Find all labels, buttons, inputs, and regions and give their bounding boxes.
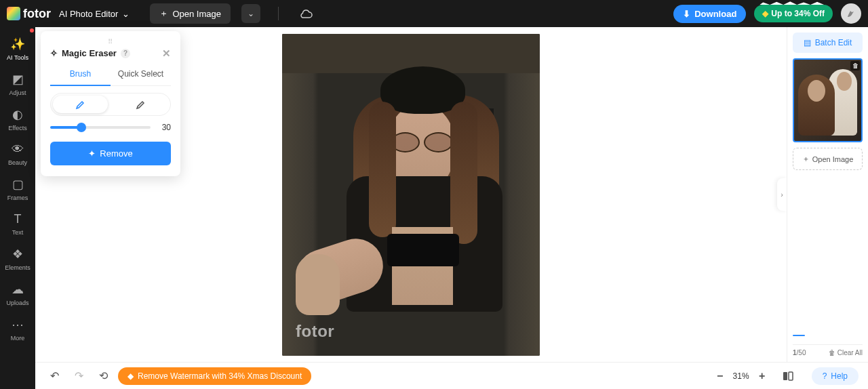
compare-button[interactable] (779, 367, 797, 385)
plus-icon: ＋ (802, 154, 810, 164)
chevron-down-icon: ⌄ (248, 9, 254, 18)
promo-button[interactable]: ◆ Up to 34% Off (754, 5, 833, 22)
brush-icon (75, 99, 86, 110)
batch-edit-button[interactable]: ▤ Batch Edit (793, 33, 863, 53)
diamond-icon: ◆ (762, 9, 768, 18)
clear-all-button[interactable]: 🗑 Clear All (829, 349, 863, 356)
right-panel: ▤ Batch Edit 🗑 ＋ Open Image 1/50 🗑 Clear… (787, 27, 868, 362)
logo-icon (7, 7, 20, 20)
download-button[interactable]: ⬇ Download (673, 5, 746, 23)
zoom-in-button[interactable]: + (755, 369, 770, 384)
help-icon[interactable]: ? (121, 49, 130, 58)
trash-icon: 🗑 (829, 349, 835, 356)
brush-add-button[interactable] (53, 96, 108, 113)
canvas-watermark: fotor (296, 322, 334, 341)
page-indicator: 1/50 (793, 349, 806, 356)
close-icon[interactable]: ✕ (162, 47, 171, 60)
frames-icon: ▢ (12, 177, 24, 192)
user-avatar[interactable] (841, 3, 861, 24)
image-thumbnail[interactable]: 🗑 (793, 58, 863, 142)
uploads-icon: ☁ (12, 282, 24, 297)
sidebar-item-frames[interactable]: ▢Frames (0, 171, 35, 207)
reset-icon: ⟲ (99, 369, 108, 382)
cloud-sync-button[interactable] (299, 9, 313, 18)
sidebar-item-effects[interactable]: ◐Effects (0, 102, 35, 137)
svg-rect-1 (789, 372, 793, 380)
sidebar-item-label: Frames (7, 194, 28, 201)
svg-rect-0 (783, 372, 787, 380)
scroll-indicator (793, 335, 805, 336)
brush-erase-button[interactable] (113, 96, 168, 113)
sidebar-item-more[interactable]: ⋯More (0, 312, 35, 347)
help-button[interactable]: ? Help (812, 367, 859, 385)
editor-mode-dropdown[interactable]: AI Photo Editor ⌄ (59, 9, 130, 19)
sparkle-icon: ✨ (10, 37, 25, 52)
logo[interactable]: fotor (7, 7, 51, 21)
download-icon: ⬇ (683, 9, 690, 19)
reset-button[interactable]: ⟲ (94, 367, 113, 386)
adjust-icon: ◩ (12, 72, 24, 87)
sidebar-item-beauty[interactable]: 👁Beauty (0, 137, 35, 171)
left-sidebar: ✨AI Tools ◩Adjust ◐Effects 👁Beauty ▢Fram… (0, 27, 35, 389)
tab-quick-select[interactable]: Quick Select (111, 65, 171, 85)
editor-mode-label: AI Photo Editor (59, 9, 118, 19)
chevron-down-icon: ⌄ (122, 9, 130, 19)
bottom-bar: ↶ ↷ ⟲ ◆ Remove Watermark with 34% Xmas D… (35, 362, 868, 389)
logo-text: fotor (23, 7, 51, 21)
promo-label: Up to 34% Off (771, 9, 825, 18)
sidebar-item-label: AI Tools (7, 54, 28, 61)
open-image-dropdown[interactable]: ⌄ (241, 4, 260, 23)
remove-watermark-promo[interactable]: ◆ Remove Watermark with 34% Xmas Discoun… (118, 367, 311, 385)
thumbnail-delete-button[interactable]: 🗑 (850, 61, 860, 70)
canvas-image[interactable]: fotor (282, 34, 540, 356)
sidebar-item-elements[interactable]: ❖Elements (0, 241, 35, 277)
redo-icon: ↷ (75, 369, 83, 382)
text-icon: T (14, 212, 22, 226)
sidebar-item-text[interactable]: TText (0, 207, 35, 241)
elements-icon: ❖ (12, 247, 23, 262)
zoom-value: 31% (733, 371, 749, 381)
undo-button[interactable]: ↶ (45, 367, 64, 386)
brush-size-value: 30 (157, 123, 171, 132)
sidebar-item-label: Elements (5, 264, 31, 271)
tab-brush[interactable]: Brush (50, 65, 111, 85)
brush-size-slider[interactable] (50, 126, 151, 129)
download-label: Download (694, 9, 736, 19)
sidebar-item-ai-tools[interactable]: ✨AI Tools (0, 31, 35, 66)
app-header: fotor AI Photo Editor ⌄ ＋ Open Image ⌄ ⬇… (0, 0, 868, 27)
sidebar-item-label: Text (12, 229, 24, 236)
erase-icon (136, 99, 146, 110)
open-image-button[interactable]: ＋ Open Image (150, 3, 231, 24)
open-image-side-label: Open Image (812, 155, 854, 163)
cloud-icon (299, 9, 313, 18)
magic-eraser-panel: ⠿ ✧ Magic Eraser ? ✕ Brush Quick Select … (41, 31, 180, 176)
panel-drag-handle[interactable]: ⠿ (50, 38, 171, 45)
sidebar-item-label: Effects (8, 125, 26, 131)
right-panel-collapse[interactable]: › (777, 178, 787, 211)
effects-icon: ◐ (12, 107, 23, 122)
watermark-promo-label: Remove Watermark with 34% Xmas Discount (138, 371, 302, 381)
more-icon: ⋯ (12, 317, 24, 332)
remove-label: Remove (100, 148, 132, 159)
sidebar-item-adjust[interactable]: ◩Adjust (0, 66, 35, 102)
panel-title: Magic Eraser (62, 48, 117, 58)
redo-button[interactable]: ↷ (69, 367, 88, 386)
sidebar-item-label: Adjust (9, 89, 26, 96)
sidebar-item-uploads[interactable]: ☁Uploads (0, 277, 35, 312)
eraser-icon: ✧ (50, 48, 58, 58)
zoom-out-button[interactable]: − (713, 369, 728, 384)
open-image-label: Open Image (172, 9, 221, 19)
open-image-side-button[interactable]: ＋ Open Image (793, 148, 863, 170)
panel-tabs: Brush Quick Select (50, 65, 171, 86)
beauty-icon: 👁 (12, 142, 24, 157)
plus-icon: ＋ (159, 7, 168, 20)
help-label: Help (831, 371, 848, 381)
undo-icon: ↶ (50, 369, 59, 382)
batch-icon: ▤ (804, 38, 811, 47)
wand-icon: ✦ (88, 148, 96, 159)
diamond-icon: ◆ (127, 371, 134, 381)
batch-label: Batch Edit (815, 38, 852, 47)
clear-all-label: Clear All (837, 349, 863, 356)
brush-mode-toggle (50, 93, 171, 116)
remove-button[interactable]: ✦ Remove (50, 142, 171, 165)
